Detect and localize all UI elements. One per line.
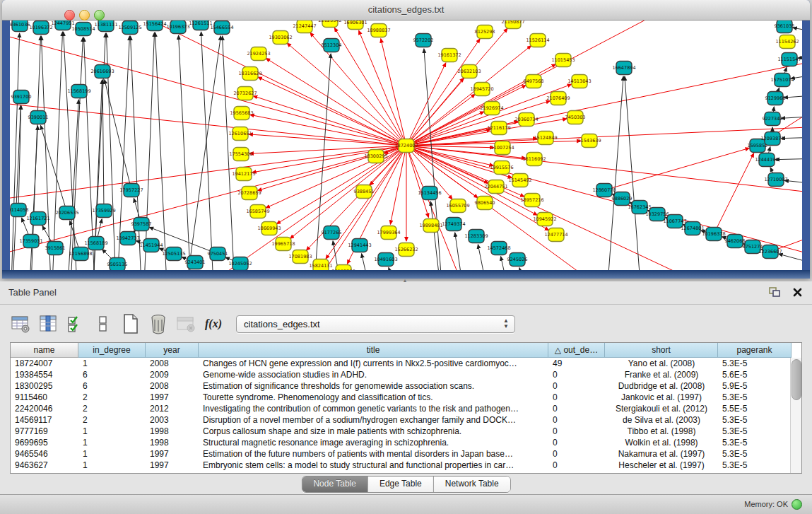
graph-node[interactable]: 10196372 (29, 21, 52, 35)
graph-edge[interactable] (40, 125, 67, 213)
table-cell[interactable]: 6 (78, 380, 146, 392)
graph-node[interactable]: 9572202 (413, 34, 434, 47)
graph-node[interactable]: 16116092 (522, 153, 546, 166)
table-cell[interactable]: 5.3E-5 (718, 426, 791, 437)
graph-node[interactable]: 15751074 (770, 74, 794, 87)
table-row[interactable]: 1938455462009Genome-wide association stu… (11, 369, 791, 380)
table-source-select[interactable]: citations_edges.txt ▲▼ (236, 315, 515, 333)
table-cell[interactable]: Franke et al. (2009) (605, 369, 718, 380)
table-cell[interactable]: 2008 (146, 358, 199, 369)
graph-node[interactable]: 18945720 (470, 83, 493, 96)
table-cell[interactable]: 1998 (146, 437, 199, 448)
graph-edge[interactable] (406, 127, 802, 146)
new-column-icon[interactable] (120, 313, 141, 335)
graph-node[interactable]: 9806540 (475, 197, 495, 210)
graph-node[interactable]: 11451944 (139, 239, 163, 252)
graph-edge[interactable] (144, 33, 155, 270)
table-cell[interactable]: Corpus callosum shape and size in male p… (199, 426, 548, 437)
table-cell[interactable]: 1997 (146, 448, 199, 460)
graph-node[interactable]: 15156424 (143, 21, 166, 31)
table-cell[interactable]: 1997 (146, 392, 199, 403)
graph-node[interactable]: 21247447 (293, 21, 316, 33)
graph-node[interactable]: 15466554 (210, 21, 233, 35)
graph-edge[interactable] (406, 146, 428, 218)
table-cell[interactable]: 0 (548, 460, 605, 471)
table-scrollbar-thumb[interactable] (792, 359, 801, 400)
table-cell[interactable]: Stergiakouli et al. (2012) (605, 403, 718, 414)
graph-node[interactable]: 9245026 (507, 253, 528, 267)
table-cell[interactable]: 1 (78, 460, 146, 471)
table-cell[interactable]: 5.5E-5 (718, 403, 791, 414)
delete-table-icon[interactable] (175, 313, 196, 335)
graph-edge[interactable] (155, 33, 167, 270)
graph-node[interactable]: 9129966 (765, 92, 786, 105)
tab-network-table[interactable]: Network Table (434, 477, 510, 492)
table-cell[interactable]: 14569117 (11, 414, 78, 426)
graph-edge[interactable] (253, 96, 406, 146)
graph-node[interactable]: 9243401 (185, 256, 206, 269)
graph-node[interactable]: 17999364 (377, 226, 400, 240)
table-cell[interactable]: 5.3E-5 (718, 437, 791, 448)
table-row[interactable]: 2242004622012Investigating the contribut… (11, 403, 791, 414)
column-header-name[interactable]: name (11, 343, 78, 358)
table-cell[interactable]: 0 (548, 380, 605, 392)
table-cell[interactable]: 5.9E-5 (718, 380, 791, 392)
graph-edge[interactable] (625, 76, 641, 270)
table-cell[interactable]: Estimation of the future numbers of pati… (199, 448, 548, 460)
graph-edge[interactable] (250, 115, 406, 146)
table-row[interactable]: 946362711997Embryonic stem cells: a mode… (11, 460, 791, 471)
table-cell[interactable]: 9465546 (11, 448, 78, 460)
table-cell[interactable]: 22420046 (11, 403, 78, 414)
table-cell[interactable]: 1 (78, 437, 146, 448)
graph-node[interactable]: 9750451 (208, 247, 228, 261)
unselect-all-icon[interactable] (93, 313, 114, 335)
table-cell[interactable]: 2 (78, 392, 146, 403)
graph-edge[interactable] (424, 49, 442, 270)
table-cell[interactable]: 6 (78, 369, 146, 380)
table-cell[interactable]: 0 (548, 426, 605, 437)
table-cell[interactable]: 1 (78, 426, 146, 437)
column-header-title[interactable]: title (199, 343, 548, 358)
graph-node[interactable]: 15124849 (534, 132, 557, 145)
table-cell[interactable]: de Silva et al. (2003) (605, 414, 718, 426)
graph-node[interactable]: 12860778 (592, 184, 616, 197)
table-cell[interactable]: 2008 (146, 380, 199, 392)
table-cell[interactable]: Yano et al. (2008) (605, 358, 718, 369)
column-header-year[interactable]: year (146, 343, 199, 358)
table-cell[interactable]: 2 (78, 403, 146, 414)
graph-edge[interactable] (179, 35, 191, 270)
table-cell[interactable]: 9463627 (11, 460, 78, 471)
graph-node[interactable]: 11261511 (189, 21, 212, 30)
graph-node[interactable]: 20206535 (55, 206, 78, 220)
table-cell[interactable]: 19384554 (11, 369, 78, 380)
graph-edge[interactable] (775, 158, 802, 160)
graph-node[interactable]: 17554300 (229, 148, 252, 161)
graph-edge[interactable] (105, 80, 131, 190)
table-cell[interactable]: 0 (548, 437, 605, 448)
graph-edge[interactable] (604, 148, 749, 190)
tab-node-table[interactable]: Node Table (302, 477, 368, 492)
graph-edge[interactable] (359, 30, 406, 146)
table-row[interactable]: 1456911722003Disruption of a novel membe… (11, 414, 791, 426)
table-cell[interactable]: 2012 (146, 403, 199, 414)
table-cell[interactable]: 49 (548, 358, 605, 369)
table-cell[interactable]: 0 (548, 392, 605, 403)
graph-node[interactable]: 10491603 (374, 253, 397, 267)
graph-node[interactable]: 9886029 (612, 192, 632, 206)
table-cell[interactable]: Tourette syndrome. Phenomenology and cla… (199, 392, 548, 403)
graph-node[interactable]: 9177265 (322, 226, 342, 240)
graph-node[interactable]: 9361035 (775, 21, 795, 33)
table-cell[interactable]: 9699695 (11, 437, 78, 448)
graph-node[interactable]: 15824131 (309, 259, 332, 271)
table-cell[interactable]: 9115460 (11, 392, 78, 403)
graph-edge[interactable] (714, 153, 754, 234)
table-row[interactable]: 1872400712008Changes of HCN gene express… (11, 358, 791, 369)
graph-node[interactable]: 9388451 (354, 185, 375, 199)
table-cell[interactable]: 2003 (146, 414, 199, 426)
graph-node[interactable]: 18957216 (520, 194, 543, 207)
table-cell[interactable]: 18300295 (11, 380, 78, 392)
graph-node[interactable]: 20195266 (331, 265, 355, 271)
table-cell[interactable]: 0 (548, 414, 605, 426)
graph-node[interactable]: 9114058 (10, 204, 28, 217)
table-cell[interactable]: Hescheler et al. (1997) (605, 460, 718, 471)
